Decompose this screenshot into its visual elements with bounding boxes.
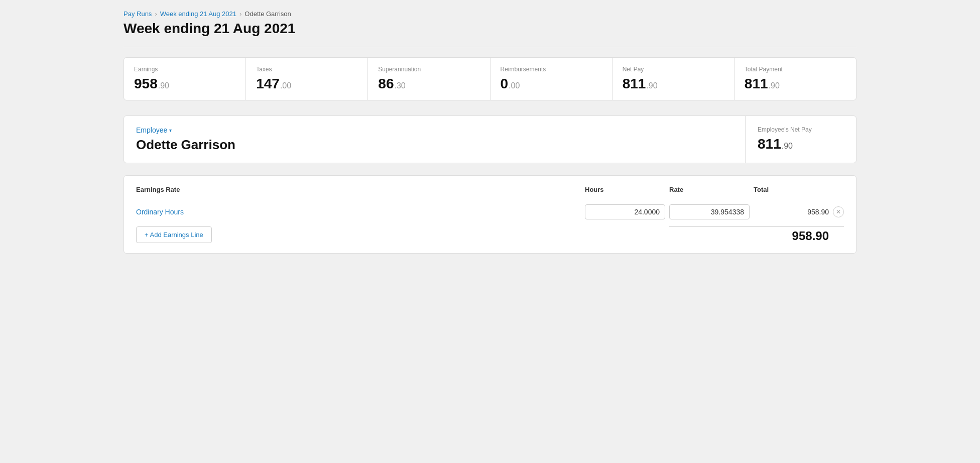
breadcrumb-pay-runs[interactable]: Pay Runs — [124, 10, 152, 18]
grand-total-block: 958.90 — [669, 226, 844, 243]
reimb-cents: .00 — [509, 81, 520, 90]
employee-dropdown-label: Employee — [136, 126, 167, 134]
summary-card-net-pay: Net Pay 811.90 — [612, 58, 734, 100]
employee-net-pay-value: 811.90 — [758, 136, 844, 152]
col-earnings-rate: Earnings Rate — [136, 186, 581, 193]
chevron-down-icon: ▾ — [169, 128, 172, 133]
summary-card-total-payment: Total Payment 811.90 — [734, 58, 856, 100]
earnings-whole: 958 — [134, 76, 158, 92]
summary-card-earnings: Earnings 958.90 — [124, 58, 246, 100]
employee-dropdown-button[interactable]: Employee ▾ — [136, 126, 172, 134]
delete-line-button[interactable]: ✕ — [833, 206, 844, 217]
summary-card-superannuation: Superannuation 86.30 — [368, 58, 490, 100]
line-total: 958.90 — [754, 208, 829, 216]
taxes-label: Taxes — [256, 66, 357, 73]
employee-net-pay-label: Employee's Net Pay — [758, 126, 844, 133]
rate-input[interactable] — [669, 204, 750, 219]
earnings-value: 958.90 — [134, 76, 235, 92]
table-row: Ordinary Hours 958.90 ✕ — [136, 204, 844, 219]
super-label: Superannuation — [378, 66, 479, 73]
employee-net-pay-cents: .90 — [782, 142, 793, 151]
super-whole: 86 — [378, 76, 394, 92]
total-payment-whole: 811 — [745, 76, 768, 92]
employee-section: Employee ▾ Odette Garrison Employee's Ne… — [124, 115, 856, 163]
earnings-section: Earnings Rate Hours Rate Total Ordinary … — [124, 175, 856, 254]
total-cell: 958.90 ✕ — [754, 206, 844, 217]
taxes-value: 147.00 — [256, 76, 357, 92]
employee-net-pay-section: Employee's Net Pay 811.90 — [746, 116, 856, 163]
breadcrumb-current: Odette Garrison — [244, 10, 291, 18]
grand-total-col: 958.90 — [669, 226, 844, 243]
employee-name: Odette Garrison — [136, 137, 733, 153]
reimb-value: 0.00 — [501, 76, 602, 92]
reimb-label: Reimbursements — [501, 66, 602, 73]
breadcrumb-separator-1: › — [155, 10, 157, 18]
super-cents: .30 — [395, 81, 406, 90]
net-pay-cents: .90 — [646, 81, 657, 90]
breadcrumb-period[interactable]: Week ending 21 Aug 2021 — [160, 10, 236, 18]
taxes-cents: .00 — [280, 81, 291, 90]
summary-cards: Earnings 958.90 Taxes 147.00 Superannuat… — [124, 57, 856, 100]
net-pay-label: Net Pay — [623, 66, 724, 73]
earnings-table-header: Earnings Rate Hours Rate Total — [136, 186, 844, 198]
total-payment-cents: .90 — [769, 81, 780, 90]
add-earnings-line-button[interactable]: + Add Earnings Line — [136, 226, 212, 243]
earnings-cents: .90 — [158, 81, 169, 90]
col-total: Total — [754, 186, 844, 193]
net-pay-value: 811.90 — [623, 76, 724, 92]
breadcrumb: Pay Runs › Week ending 21 Aug 2021 › Ode… — [124, 10, 856, 18]
page-wrapper: Pay Runs › Week ending 21 Aug 2021 › Ode… — [108, 0, 872, 264]
taxes-whole: 147 — [256, 76, 280, 92]
col-rate: Rate — [669, 186, 750, 193]
col-hours: Hours — [585, 186, 665, 193]
top-divider — [124, 47, 856, 47]
grand-total-value: 958.90 — [669, 229, 844, 243]
employee-net-pay-whole: 811 — [758, 136, 781, 152]
net-pay-whole: 811 — [623, 76, 646, 92]
earnings-footer: + Add Earnings Line 958.90 — [136, 226, 844, 243]
summary-card-taxes: Taxes 147.00 — [246, 58, 368, 100]
reimb-whole: 0 — [501, 76, 509, 92]
empty-col-hours — [585, 226, 665, 243]
total-divider — [669, 226, 844, 227]
hours-input[interactable] — [585, 204, 665, 219]
summary-card-reimbursements: Reimbursements 0.00 — [491, 58, 612, 100]
earnings-label: Earnings — [134, 66, 235, 73]
super-value: 86.30 — [378, 76, 479, 92]
earnings-line-name[interactable]: Ordinary Hours — [136, 208, 581, 216]
add-line-col: + Add Earnings Line — [136, 226, 581, 243]
total-payment-value: 811.90 — [745, 76, 846, 92]
total-payment-label: Total Payment — [745, 66, 846, 73]
employee-info: Employee ▾ Odette Garrison — [124, 116, 746, 163]
breadcrumb-separator-2: › — [239, 10, 241, 18]
page-title: Week ending 21 Aug 2021 — [124, 21, 856, 37]
